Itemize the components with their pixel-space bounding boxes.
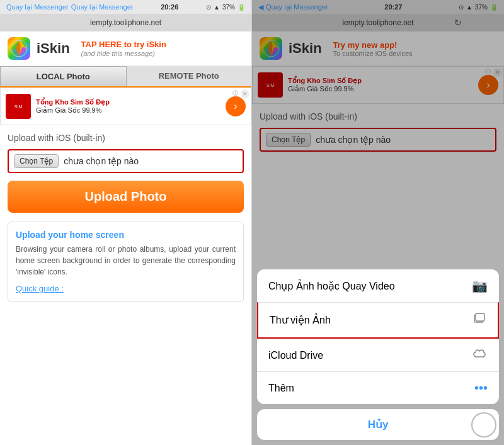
left-home-screen-title: Upload your home screen — [16, 230, 236, 240]
left-battery: 37% — [222, 4, 235, 11]
icloud-icon — [472, 348, 488, 363]
action-sheet-icloud-label: iCloud Drive — [268, 350, 323, 361]
action-sheet-more-label: Thêm — [268, 383, 294, 394]
left-file-name: chưa chọn tệp nào — [64, 156, 139, 166]
action-sheet-item-camera[interactable]: Chụp Ảnh hoặc Quay Video 📷 — [257, 269, 499, 302]
camera-icon: 📷 — [472, 278, 488, 293]
left-ad-arrow[interactable]: › — [226, 96, 246, 116]
left-content-area: Upload with iOS (built-in) Chọn Tệp chưa… — [0, 125, 251, 445]
action-sheet: Chụp Ảnh hoặc Quay Video 📷 Thư viện Ảnh … — [252, 269, 504, 445]
left-iskin-text: iSkin — [37, 40, 70, 57]
left-battery-icon: 🔋 — [238, 4, 245, 11]
left-phone-panel: Quay lại Messenger Quay lại Messenger 20… — [0, 0, 252, 445]
more-icon: ••• — [474, 381, 488, 395]
left-status-bar: Quay lại Messenger Quay lại Messenger 20… — [0, 0, 251, 14]
action-sheet-photos-label: Thư viện Ảnh — [270, 314, 331, 326]
left-home-screen-text: Browsing your camera roll or photo album… — [16, 244, 236, 278]
action-sheet-cancel-button[interactable]: Hủy — [257, 409, 499, 440]
left-home-screen-box: Upload your home screen Browsing your ca… — [8, 222, 244, 302]
left-iskin-header: iSkin TAP HERE to try iSkin (and hide th… — [0, 31, 251, 66]
action-sheet-item-photos[interactable]: Thư viện Ảnh — [257, 302, 499, 339]
left-url-bar[interactable]: iempty.tooliphone.net — [0, 14, 251, 31]
left-time: 20:26 — [161, 3, 178, 11]
left-signal-icon: ⊙ — [206, 4, 211, 11]
left-quick-guide-link[interactable]: Quick guide : — [16, 284, 64, 293]
left-back-label[interactable]: Quay lại Messenger — [71, 3, 134, 11]
left-ad-info: ⓘ — [232, 89, 238, 98]
left-wifi-icon: ▲ — [214, 4, 220, 11]
action-sheet-item-icloud[interactable]: iCloud Drive — [257, 339, 499, 371]
action-sheet-menu: Chụp Ảnh hoặc Quay Video 📷 Thư viện Ảnh … — [257, 269, 499, 404]
left-tab-local[interactable]: LOCAL Photo — [0, 66, 127, 86]
left-ad-close[interactable]: ✕ — [241, 89, 249, 98]
left-iskin-tagline: TAP HERE to try iSkin (and hide this mes… — [81, 40, 166, 58]
left-upload-photo-button[interactable]: Upload Photo — [8, 181, 244, 213]
right-phone-panel: ◀ Quay lại Messenger 20:27 ⊙ ▲ 37% 🔋 iem… — [252, 0, 504, 445]
action-sheet-camera-label: Chụp Ảnh hoặc Quay Video — [268, 280, 395, 292]
home-indicator[interactable] — [471, 412, 496, 437]
left-back-button[interactable]: Quay lại Messenger — [6, 3, 69, 11]
left-ad-banner: SIM Tổng Kho Sim Số Đẹp Giảm Giá Sốc 99.… — [0, 87, 251, 125]
left-file-input-row: Chọn Tệp chưa chọn tệp nào — [8, 149, 244, 173]
action-sheet-overlay: Chụp Ảnh hoặc Quay Video 📷 Thư viện Ảnh … — [252, 0, 504, 445]
svg-rect-3 — [476, 313, 484, 321]
left-choose-file-button[interactable]: Chọn Tệp — [14, 154, 59, 168]
left-tab-bar: LOCAL Photo REMOTE Photo — [0, 66, 251, 87]
left-upload-title: Upload with iOS (built-in) — [8, 133, 244, 143]
left-ad-logo: SIM — [6, 94, 31, 119]
left-ad-text: Tổng Kho Sim Số Đẹp Giảm Giá Sốc 99.9% — [36, 98, 220, 115]
action-sheet-item-more[interactable]: Thêm ••• — [257, 371, 499, 404]
photos-icon — [472, 312, 486, 329]
left-tab-remote[interactable]: REMOTE Photo — [127, 66, 252, 86]
left-iskin-logo-icon — [8, 37, 30, 60]
left-url-text: iempty.tooliphone.net — [90, 18, 161, 27]
